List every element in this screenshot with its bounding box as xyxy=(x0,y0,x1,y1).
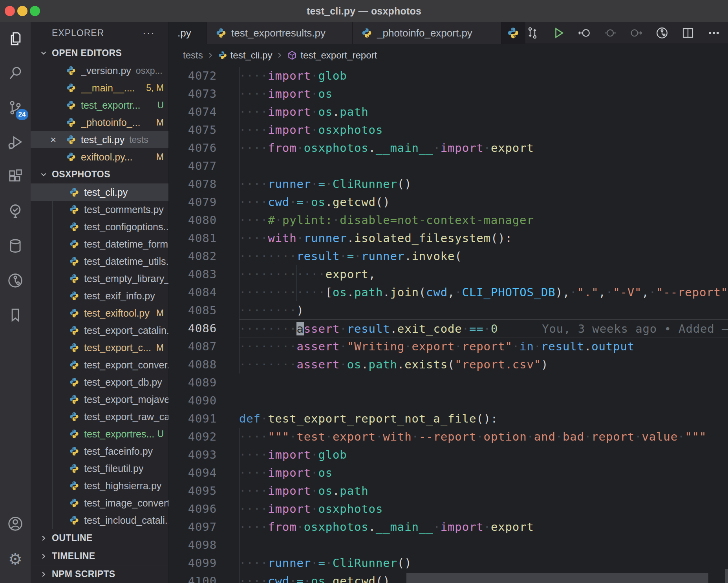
tree-item[interactable]: test_export_catalin... xyxy=(31,322,168,339)
run-python-file-icon[interactable] xyxy=(551,26,565,40)
code-line: 4072····import·glob xyxy=(169,67,728,85)
open-editor-item[interactable]: ×_photoinfo_...M xyxy=(31,114,168,131)
open-editor-item[interactable]: ×_version.pyosxp... xyxy=(31,62,168,79)
tree-item[interactable]: test_faceinfo.py xyxy=(31,443,168,460)
python-extension-button[interactable] xyxy=(501,22,525,44)
search-icon[interactable] xyxy=(0,58,31,89)
code-line: 4097····from·osxphotos.__main__·import·e… xyxy=(169,518,728,536)
line-number: 4088 xyxy=(169,355,217,373)
python-icon xyxy=(69,498,79,508)
tree-item[interactable]: test_image_convert... xyxy=(31,494,168,512)
gitlens-graph-icon[interactable] xyxy=(655,26,669,40)
breadcrumb-item[interactable]: test_export_report xyxy=(287,50,377,61)
line-number: 4090 xyxy=(169,392,217,410)
vscode-window: test_cli.py — osxphotos 24 xyxy=(0,0,728,583)
line-number: 4074 xyxy=(169,103,217,121)
python-icon xyxy=(69,222,79,232)
python-icon xyxy=(66,66,76,76)
breadcrumb-item[interactable]: tests xyxy=(183,50,203,61)
tree-item[interactable]: test_exportres...U xyxy=(31,425,168,443)
line-number: 4083 xyxy=(169,265,217,283)
open-editors-header[interactable]: OPEN EDITORS xyxy=(31,44,168,62)
line-number: 4092 xyxy=(169,428,217,446)
reverse-continue-icon[interactable] xyxy=(577,26,591,40)
line-number: 4078 xyxy=(169,175,217,193)
code-line: 4089 xyxy=(169,373,728,392)
code-line: 4092····"""·test·export·with·--report·op… xyxy=(169,428,728,446)
python-icon xyxy=(69,291,79,301)
line-number: 4081 xyxy=(169,229,217,247)
tree-item[interactable]: test_export_mojave... xyxy=(31,391,168,408)
account-icon[interactable] xyxy=(0,508,31,539)
open-editor-item[interactable]: ×test_cli.pytests xyxy=(31,131,168,148)
tree-item[interactable]: test_datetime_utils.... xyxy=(31,253,168,270)
breadcrumb-item[interactable]: test_cli.py xyxy=(218,50,273,61)
editor-tab[interactable]: _photoinfo_export.py xyxy=(353,22,501,44)
code-line: 4084············[os.path.join(cwd,·CLI_P… xyxy=(169,283,728,301)
python-icon xyxy=(69,308,79,318)
line-number: 4096 xyxy=(169,500,217,518)
code-line: 4094····import·os xyxy=(169,464,728,482)
tree-item[interactable]: test_datetime_form... xyxy=(31,235,168,253)
chevron-down-icon xyxy=(39,170,48,179)
extensions-icon[interactable] xyxy=(0,162,31,192)
vertical-scrollbar[interactable] xyxy=(725,569,728,583)
tree-item[interactable]: test_comments.py xyxy=(31,201,168,218)
database-icon[interactable] xyxy=(0,231,31,261)
tree-item[interactable]: test_export_conver... xyxy=(31,356,168,373)
tree-item[interactable]: test_export_db.py xyxy=(31,373,168,391)
bookmark-icon[interactable] xyxy=(0,300,31,330)
editor-group: .pytest_exportresults.py_photoinfo_expor… xyxy=(169,22,728,583)
settings-gear-icon[interactable]: ⚙ xyxy=(0,544,31,574)
tree-item[interactable]: test_empty_library_... xyxy=(31,270,168,287)
source-control-icon[interactable]: 24 xyxy=(0,93,31,123)
python-icon xyxy=(69,204,79,215)
explorer-icon[interactable] xyxy=(0,24,31,54)
chevron-right-icon xyxy=(39,570,48,579)
split-editor-icon[interactable] xyxy=(681,26,695,40)
line-number: 4075 xyxy=(169,121,217,139)
compare-changes-icon[interactable] xyxy=(525,26,540,40)
sidebar-section-outline[interactable]: OUTLINE xyxy=(31,529,168,547)
osxphotos-section-header[interactable]: OSXPHOTOS xyxy=(31,166,168,184)
open-editor-item[interactable]: ×test_exportr...U xyxy=(31,97,168,114)
continue-icon[interactable] xyxy=(629,26,643,40)
run-debug-icon[interactable] xyxy=(0,127,31,158)
test-tree-icon[interactable] xyxy=(0,196,31,227)
code-line: 4073····import·os xyxy=(169,85,728,103)
horizontal-scrollbar[interactable] xyxy=(406,573,708,583)
editor-tab[interactable]: test_exportresults.py xyxy=(207,22,353,44)
tree-item[interactable]: test_cli.py xyxy=(31,184,168,201)
code-line: 4077 xyxy=(169,157,728,175)
tree-item[interactable]: test_configoptions.... xyxy=(31,218,168,235)
code-line: 4096····import·osxphotos xyxy=(169,500,728,518)
gitlens-icon[interactable] xyxy=(0,265,31,296)
sidebar-section-timeline[interactable]: TIMELINE xyxy=(31,547,168,565)
python-icon xyxy=(66,152,76,162)
tree-item[interactable]: test_export_raw_ca... xyxy=(31,408,168,425)
python-icon xyxy=(69,256,79,266)
open-editor-item[interactable]: ×__main__....5, M xyxy=(31,79,168,97)
open-editor-item[interactable]: ×exiftool.py...M xyxy=(31,148,168,166)
tree-item[interactable]: test_exif_info.py xyxy=(31,287,168,304)
more-actions-icon[interactable] xyxy=(707,26,721,40)
scm-badge: 24 xyxy=(16,109,28,120)
close-icon[interactable]: × xyxy=(50,134,60,146)
debug-circle-icon[interactable] xyxy=(603,26,617,40)
code-line: 4081····with·runner.isolated_filesystem(… xyxy=(169,229,728,247)
tree-item[interactable]: test_export_c...M xyxy=(31,339,168,356)
activity-bar: 24 ⚙ xyxy=(0,22,31,583)
tree-item[interactable]: test_highsierra.py xyxy=(31,477,168,494)
python-icon xyxy=(69,412,79,422)
tree-item[interactable]: test_fileutil.py xyxy=(31,460,168,477)
code-line: 4083············export, xyxy=(169,265,728,283)
code-line: 4095····import·os.path xyxy=(169,482,728,500)
line-number: 4087 xyxy=(169,337,217,355)
code-editor[interactable]: 4072····import·glob4073····import·os4074… xyxy=(169,67,728,583)
editor-tab[interactable]: .py xyxy=(169,22,207,44)
tree-item[interactable]: test_incloud_catali... xyxy=(31,512,168,529)
code-line: 4087········assert·"Writing·export·repor… xyxy=(169,337,728,355)
sidebar-section-npm-scripts[interactable]: NPM SCRIPTS xyxy=(31,565,168,583)
explorer-more-actions[interactable]: ··· xyxy=(143,27,155,39)
tree-item[interactable]: test_exiftool.pyM xyxy=(31,304,168,322)
